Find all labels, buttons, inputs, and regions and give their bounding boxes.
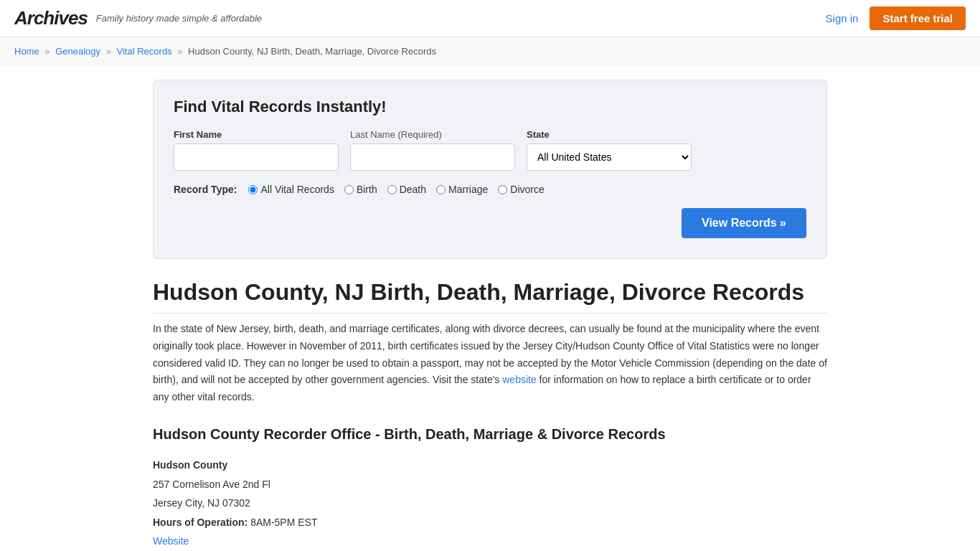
hours-line: Hours of Operation: 8AM-5PM EST bbox=[153, 513, 827, 532]
breadcrumb-sep2: » bbox=[106, 46, 111, 57]
search-fields: First Name Last Name (Required) State Al… bbox=[174, 129, 806, 171]
main-content: Find Vital Records Instantly! First Name… bbox=[138, 65, 842, 551]
start-trial-button[interactable]: Start free trial bbox=[870, 6, 966, 30]
address-line1: 257 Cornelison Ave 2nd Fl bbox=[153, 475, 827, 494]
breadcrumb-vital-records[interactable]: Vital Records bbox=[117, 46, 172, 57]
first-name-label: First Name bbox=[174, 129, 339, 140]
website-line: Website bbox=[153, 532, 827, 551]
sign-in-link[interactable]: Sign in bbox=[826, 12, 859, 24]
radio-divorce[interactable] bbox=[498, 185, 507, 194]
breadcrumb-current: Hudson County, NJ Birth, Death, Marriage… bbox=[188, 46, 436, 57]
record-type-divorce[interactable]: Divorce bbox=[498, 184, 544, 195]
record-type-options: All Vital Records Birth Death Marriage D… bbox=[248, 184, 544, 195]
radio-death[interactable] bbox=[387, 185, 397, 194]
record-type-birth[interactable]: Birth bbox=[344, 184, 377, 195]
view-records-button[interactable]: View Records » bbox=[682, 208, 806, 238]
record-type-label: Record Type: bbox=[174, 184, 237, 195]
first-name-input[interactable] bbox=[174, 143, 339, 171]
record-type-row: Record Type: All Vital Records Birth Dea… bbox=[174, 184, 806, 195]
search-box: Find Vital Records Instantly! First Name… bbox=[153, 80, 827, 259]
breadcrumb: Home » Genealogy » Vital Records » Hudso… bbox=[0, 37, 980, 65]
state-group: State All United States bbox=[527, 129, 692, 171]
radio-marriage[interactable] bbox=[436, 185, 446, 194]
last-name-input[interactable] bbox=[350, 143, 515, 171]
breadcrumb-genealogy[interactable]: Genealogy bbox=[55, 46, 100, 57]
breadcrumb-home[interactable]: Home bbox=[14, 46, 39, 57]
header-right: Sign in Start free trial bbox=[826, 6, 966, 30]
website-link[interactable]: Website bbox=[153, 535, 189, 547]
section-heading: Hudson County Recorder Office - Birth, D… bbox=[153, 426, 827, 443]
hours-label: Hours of Operation: bbox=[153, 517, 248, 528]
last-name-label: Last Name (Required) bbox=[350, 129, 515, 140]
radio-all[interactable] bbox=[248, 185, 258, 194]
breadcrumb-sep1: » bbox=[44, 46, 50, 57]
last-name-group: Last Name (Required) bbox=[350, 129, 515, 171]
logo-tagline: Family history made simple & affordable bbox=[96, 13, 262, 24]
radio-birth[interactable] bbox=[344, 185, 354, 194]
view-records-row: View Records » bbox=[174, 208, 806, 238]
office-info: Hudson County 257 Cornelison Ave 2nd Fl … bbox=[153, 456, 827, 551]
first-name-group: First Name bbox=[174, 129, 339, 171]
record-type-marriage[interactable]: Marriage bbox=[436, 184, 488, 195]
description-text: In the state of New Jersey, birth, death… bbox=[153, 321, 827, 406]
search-title: Find Vital Records Instantly! bbox=[174, 98, 806, 116]
page-heading: Hudson County, NJ Birth, Death, Marriage… bbox=[153, 279, 827, 314]
hours-value: 8AM-5PM EST bbox=[250, 517, 317, 528]
record-type-death[interactable]: Death bbox=[387, 184, 426, 195]
address-line2: Jersey City, NJ 07302 bbox=[153, 494, 827, 513]
website-link-inline[interactable]: website bbox=[502, 374, 536, 385]
site-header: Archives Family history made simple & af… bbox=[0, 0, 980, 37]
breadcrumb-sep3: » bbox=[177, 46, 182, 57]
header-left: Archives Family history made simple & af… bbox=[14, 7, 262, 29]
state-label: State bbox=[527, 129, 692, 140]
state-select[interactable]: All United States bbox=[527, 143, 692, 171]
logo: Archives bbox=[14, 7, 88, 29]
office-name: Hudson County bbox=[153, 456, 827, 475]
record-type-all[interactable]: All Vital Records bbox=[248, 184, 334, 195]
